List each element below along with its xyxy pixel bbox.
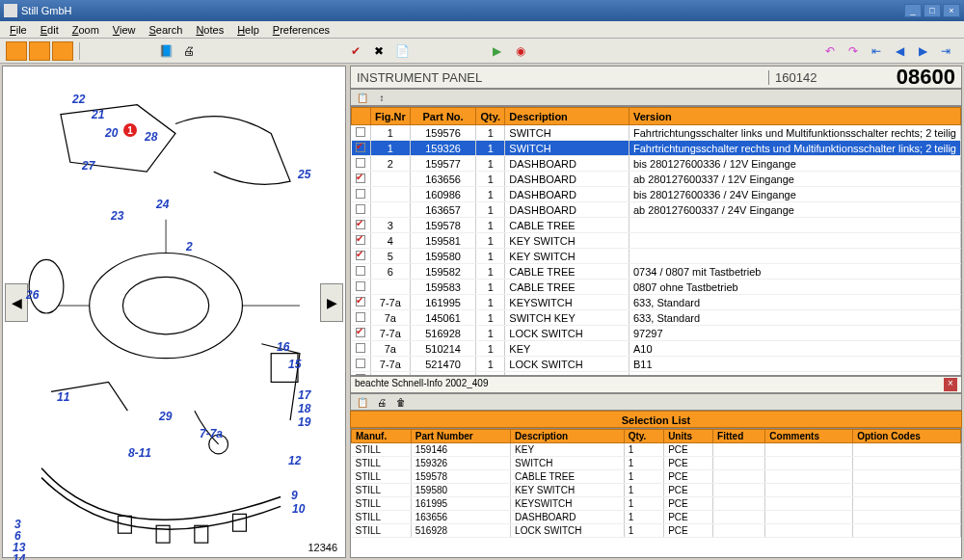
nav-first[interactable]: ⇤ [866,41,887,61]
sel-row[interactable]: STILL159578CABLE TREE1PCE [352,470,961,484]
parts-row[interactable]: 1609861DASHBOARDbis 280127600336 / 24V E… [352,187,961,202]
callout-14[interactable]: 14 [13,552,25,560]
callout-8-11[interactable]: 8-11 [128,446,151,460]
menu-file[interactable]: File [4,23,33,37]
printer-icon[interactable]: 🖨 [178,41,200,61]
maximize-button[interactable]: □ [924,4,941,17]
sel-header-4[interactable]: Units [664,430,713,443]
menu-view[interactable]: View [107,23,142,37]
parts-header-0[interactable] [352,108,371,125]
callout-24[interactable]: 24 [156,198,169,211]
callout-28[interactable]: 28 [145,130,157,144]
sel-table[interactable]: Manuf.Part NumberDescriptionQty.UnitsFit… [350,428,962,558]
callout-26[interactable]: 26 [26,288,39,302]
callout-11[interactable]: 11 [57,390,69,404]
callout-19[interactable]: 19 [298,415,310,429]
callout-21[interactable]: 21 [92,108,104,121]
menu-help[interactable]: Help [231,23,265,37]
toolbar-orange-2[interactable] [29,41,50,61]
sel-print-icon[interactable]: 🖨 [374,395,389,409]
cancel-button[interactable]: ✖ [368,41,389,61]
callout-7-7a[interactable]: 7-7a [200,427,223,440]
parts-row[interactable]: 1636571DASHBOARDab 280127600337 / 24V Ei… [352,202,961,218]
sel-header-7[interactable]: Option Codes [853,430,961,443]
nav-next[interactable]: ▶ [912,41,933,61]
stop-button[interactable]: ◉ [510,41,531,61]
notes-close-button[interactable]: × [944,378,957,391]
parts-row[interactable]: 7-7a5169281LOCK SWITCH97297 [352,326,961,341]
parts-row[interactable]: 7-7a5214701LOCK SWITCHB11 [352,357,961,372]
sel-header-5[interactable]: Fitted [713,430,765,443]
book-icon[interactable]: 📘 [155,41,176,61]
callout-16[interactable]: 16 [277,340,289,354]
callout-23[interactable]: 23 [111,209,123,223]
parts-row[interactable]: 31595781CABLE TREE [352,218,961,233]
accept-button[interactable]: ✔ [345,41,366,61]
parts-row[interactable]: 7a1450611SWITCH KEY633, Standard [352,310,961,326]
parts-header-3[interactable]: Qty. [476,108,505,125]
callout-2[interactable]: 2 [186,240,193,253]
callout-10[interactable]: 10 [292,502,305,516]
callout-25[interactable]: 25 [298,168,310,181]
callout-18[interactable]: 18 [298,402,310,415]
parts-row[interactable]: 1595831CABLE TREE0807 ohne Tastbetrieb [352,280,961,295]
menu-edit[interactable]: Edit [35,23,65,37]
sel-row[interactable]: STILL159326SWITCH1PCE [352,457,961,470]
callout-20[interactable]: 20 [105,126,118,140]
parts-table[interactable]: Fig.NrPart No.Qty.DescriptionVersion1159… [350,106,962,376]
sel-row[interactable]: STILL159146KEY1PCE [352,443,961,457]
sel-row[interactable]: STILL161995KEYSWITCH1PCE [352,497,961,511]
parts-header-1[interactable]: Fig.Nr [370,108,410,125]
callout-9[interactable]: 9 [291,489,298,502]
diagram-prev-button[interactable]: ◀ [5,283,28,322]
sel-header-6[interactable]: Comments [765,430,853,443]
copy-icon[interactable]: 📋 [355,91,370,104]
sel-header-3[interactable]: Qty. [624,430,664,443]
sel-header-2[interactable]: Description [511,430,625,443]
nav-undo[interactable]: ↶ [819,41,841,61]
sel-header-1[interactable]: Part Number [411,430,510,443]
sel-copy-icon[interactable]: 📋 [355,395,370,409]
parts-row[interactable]: 61595821CABLE TREE0734 / 0807 mit Tastbe… [352,264,961,280]
nav-redo[interactable]: ↷ [843,41,864,61]
sel-row[interactable]: STILL163656DASHBOARD1PCE [352,511,961,524]
menu-notes[interactable]: Notes [190,23,229,37]
callout-17[interactable]: 17 [298,388,310,402]
menu-search[interactable]: Search [144,23,189,37]
parts-row[interactable]: 7a5102141KEYA10 [352,341,961,357]
toolbar-orange-3[interactable] [52,41,73,61]
sel-trash-icon[interactable]: 🗑 [393,395,409,409]
diagram-next-button[interactable]: ▶ [320,283,343,322]
callout-12[interactable]: 12 [288,454,301,467]
sel-row[interactable]: STILL159580KEY SWITCH1PCE [352,484,961,497]
nav-prev[interactable]: ◀ [889,41,910,61]
toolbar-orange-1[interactable] [6,41,27,61]
callout-15[interactable]: 15 [288,358,301,371]
callout-29[interactable]: 29 [159,410,172,423]
parts-header-4[interactable]: Description [505,108,629,125]
play-button[interactable]: ▶ [487,41,508,61]
sort-icon[interactable]: ↕ [374,91,389,104]
parts-row[interactable]: 1636561DASHBOARDab 280127600337 / 12V Ei… [352,172,961,187]
minimize-button[interactable]: _ [904,4,922,17]
parts-row[interactable]: 11593261SWITCHFahrtrichtungsschalter rec… [352,141,961,156]
parts-header-2[interactable]: Part No. [410,108,476,125]
svg-point-1 [122,277,208,334]
parts-row[interactable]: 51595801KEY SWITCH [352,249,961,264]
sel-row[interactable]: STILL516928LOCK SWITCH1PCE [352,524,961,538]
callout-22[interactable]: 22 [72,93,85,106]
notes-button[interactable]: 📄 [391,41,413,61]
hotspot-1[interactable]: 1 [123,123,137,137]
menu-preferences[interactable]: Preferences [267,23,335,37]
parts-row[interactable]: 7-7a1619951KEYSWITCH633, Standard [352,295,961,310]
parts-row[interactable]: 21595771DASHBOARDbis 280127600336 / 12V … [352,156,961,172]
sel-header-0[interactable]: Manuf. [352,430,412,443]
parts-row[interactable]: 11595761SWITCHFahrtrichtungsschalter lin… [352,125,961,141]
menu-zoom[interactable]: Zoom [67,23,105,37]
close-button[interactable]: × [943,4,960,17]
parts-header-5[interactable]: Version [629,108,960,125]
callout-27[interactable]: 27 [82,159,94,173]
parts-row[interactable]: 41595811KEY SWITCH [352,233,961,249]
nav-last[interactable]: ⇥ [935,41,956,61]
diagram-pane[interactable]: ◀ ▶ 12346 2221202827252423226161511297-7… [2,66,346,558]
